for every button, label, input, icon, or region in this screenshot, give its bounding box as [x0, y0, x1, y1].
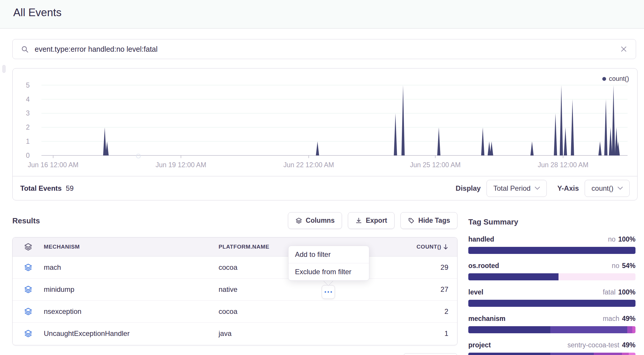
display-select-value: Total Period [493, 184, 531, 192]
tag-bar-segment [622, 353, 629, 355]
cell-platform[interactable]: native [219, 285, 237, 294]
tag-bar-segment [627, 326, 632, 333]
tag-icon [408, 217, 415, 224]
hide-tags-button[interactable]: Hide Tags [400, 212, 457, 229]
yaxis-select[interactable]: count() [585, 180, 630, 197]
menu-item-exclude-from-filter[interactable]: Exclude from filter [289, 263, 369, 280]
tag-summary-item: mechanismmach49% [468, 315, 635, 333]
page-title: All Events [13, 6, 62, 19]
tag-name: project [468, 341, 491, 349]
legend-label: count() [609, 75, 629, 83]
cell-actions-button[interactable] [322, 285, 335, 299]
search-query[interactable]: event.type:error handled:no level:fatal [35, 45, 157, 53]
tag-list: handledno100%os.rootedno54%levelfatal100… [468, 235, 635, 355]
tag-summary-heading: Tag Summary [468, 217, 635, 227]
tag-percent: 54% [622, 262, 635, 270]
cell-mechanism[interactable]: UncaughtExceptionHandler [44, 329, 219, 338]
tag-percent: 49% [622, 341, 635, 349]
tag-summary-panel: Tag Summary handledno100%os.rootedno54%l… [468, 217, 635, 355]
search-input[interactable]: event.type:error handled:no level:fatal [12, 39, 636, 59]
cell-platform[interactable]: cocoa [219, 307, 237, 316]
pagination-buttons[interactable] [404, 353, 457, 355]
export-button[interactable]: Export [348, 212, 395, 229]
tag-percent: 49% [622, 315, 635, 323]
tag-bar-segment [632, 326, 635, 333]
layers-icon[interactable] [13, 263, 44, 272]
svg-text:Jun 28 12:00 AM: Jun 28 12:00 AM [538, 161, 588, 169]
table-header-row: MECHANISM PLATFORM.NAME COUNT() [13, 237, 457, 257]
total-events-label: Total Events [20, 184, 62, 192]
svg-text:Jun 19 12:00 AM: Jun 19 12:00 AM [155, 161, 206, 169]
tag-distribution-bar[interactable] [468, 273, 635, 280]
tag-distribution-bar[interactable] [468, 247, 635, 254]
cell-count[interactable]: 1 [445, 329, 457, 338]
cell-platform[interactable]: cocoa [219, 263, 237, 272]
tag-distribution-bar[interactable] [468, 300, 635, 307]
layers-icon[interactable] [13, 329, 44, 338]
cell-mechanism[interactable]: minidump [44, 285, 219, 294]
cell-mechanism[interactable]: nsexception [44, 307, 219, 316]
cell-actions-menu: Add to filter Exclude from filter [288, 246, 369, 281]
tag-top-value: mach [603, 315, 619, 323]
tag-name: os.rooted [468, 262, 499, 270]
tag-percent: 100% [618, 235, 635, 243]
tag-name: level [468, 288, 483, 296]
table-row: minidumpnative27 [13, 278, 457, 300]
panel-drag-handle[interactable] [2, 65, 6, 73]
tag-top-value: fatal [603, 288, 616, 296]
svg-text:3: 3 [26, 109, 30, 117]
tag-top-value: no [608, 235, 616, 243]
cell-platform[interactable]: java [219, 329, 232, 338]
export-button-label: Export [366, 217, 387, 225]
svg-text:Jun 25 12:00 AM: Jun 25 12:00 AM [410, 161, 461, 169]
table-body: machcocoa29minidumpnative27nsexceptionco… [13, 257, 457, 344]
ellipsis-icon [325, 291, 326, 293]
yaxis-select-value: count() [591, 184, 613, 192]
tag-bar-segment [468, 273, 559, 280]
tag-summary-item: projectsentry-cocoa-test49% [468, 341, 635, 355]
events-chart[interactable]: 012345Jun 16 12:00 AMJun 19 12:00 AMJun … [13, 68, 637, 176]
chart-footer: Total Events 59 Display Total Period Y-A… [13, 176, 637, 200]
cell-count[interactable]: 27 [440, 285, 457, 294]
column-header-platform[interactable]: PLATFORM.NAME [219, 244, 269, 250]
total-events-value: 59 [66, 184, 74, 192]
results-table: MECHANISM PLATFORM.NAME COUNT() machcoco… [12, 237, 457, 345]
download-icon [355, 217, 362, 224]
column-header-count[interactable]: COUNT() [417, 244, 441, 250]
svg-text:5: 5 [26, 81, 30, 89]
menu-item-add-to-filter[interactable]: Add to filter [289, 246, 369, 263]
columns-button-label: Columns [306, 217, 335, 225]
columns-button[interactable]: Columns [288, 212, 342, 229]
tag-summary-item: os.rootedno54% [468, 262, 635, 280]
tag-bar-segment [468, 353, 550, 355]
layers-icon[interactable] [13, 242, 44, 251]
layers-icon[interactable] [13, 285, 44, 294]
column-header-mechanism[interactable]: MECHANISM [44, 244, 219, 250]
cell-mechanism[interactable]: mach [44, 263, 219, 272]
page-header: All Events [0, 0, 644, 29]
tag-distribution-bar[interactable] [468, 326, 635, 333]
tag-distribution-bar[interactable] [468, 353, 635, 355]
chart-marker-ring [136, 154, 141, 158]
tag-summary-item: levelfatal100% [468, 288, 635, 307]
chart-legend[interactable]: count() [602, 75, 629, 83]
display-label: Display [456, 184, 481, 192]
chevron-down-icon [535, 187, 540, 190]
legend-dot-icon [602, 77, 606, 81]
tag-top-value: sentry-cocoa-test [568, 341, 619, 349]
chevron-down-icon [618, 187, 623, 190]
svg-text:Jun 22 12:00 AM: Jun 22 12:00 AM [283, 161, 334, 169]
cell-count[interactable]: 29 [440, 263, 457, 272]
table-row: machcocoa29 [13, 257, 457, 278]
results-heading: Results [12, 216, 40, 225]
tag-name: handled [468, 235, 494, 243]
svg-text:2: 2 [26, 123, 30, 131]
tag-summary-item: handledno100% [468, 235, 635, 254]
clear-search-icon[interactable] [620, 45, 628, 53]
layers-icon [295, 217, 302, 224]
layers-icon[interactable] [13, 307, 44, 316]
yaxis-label: Y-Axis [557, 184, 579, 192]
tag-bar-segment [468, 326, 550, 333]
cell-count[interactable]: 2 [445, 307, 457, 316]
display-select[interactable]: Total Period [487, 180, 547, 197]
